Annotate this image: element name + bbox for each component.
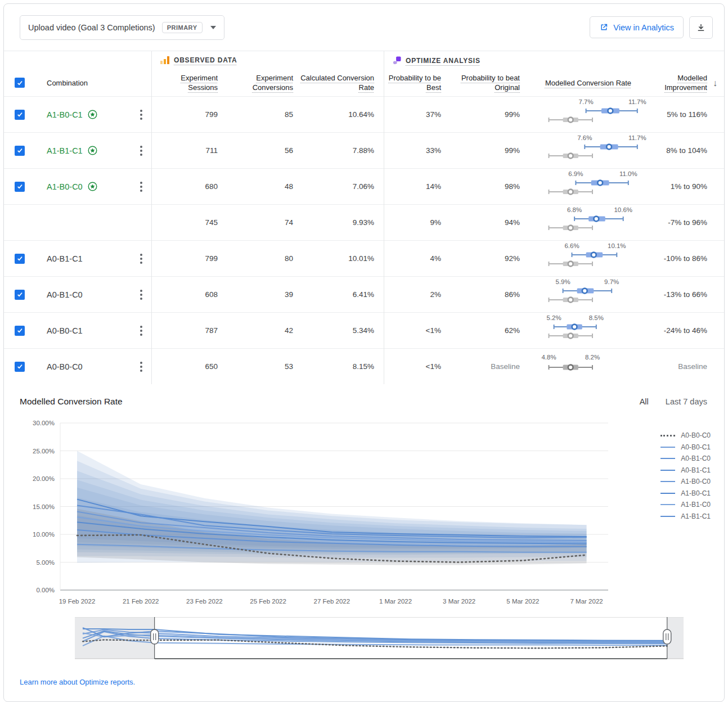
legend-item[interactable]: A1-B1-C1 — [660, 512, 711, 520]
range-last-7-days-button[interactable]: Last 7 days — [666, 397, 707, 406]
goal-selector[interactable]: Upload video (Goal 3 Completions) PRIMAR… — [20, 15, 224, 40]
column-header-sessions[interactable]: Experiment Sessions — [151, 73, 218, 92]
learn-more-link[interactable]: Learn more about Optimize reports. — [20, 678, 135, 686]
modelled-rate-cell: 4.8% 8.2% — [520, 350, 657, 384]
modelled-rate-cell: 7.7% 11.7% — [520, 98, 657, 132]
column-header-combination: Combination — [35, 78, 131, 88]
view-in-analytics-button[interactable]: View in Analytics — [590, 16, 684, 38]
probability-beat-value: 94% — [441, 218, 520, 227]
column-header-prob-best[interactable]: Probability to be Best — [376, 73, 441, 92]
line-swatch — [660, 458, 675, 459]
row-checkbox[interactable] — [15, 182, 25, 192]
sessions-value: 745 — [151, 218, 218, 227]
legend-label: A1-B1-C1 — [681, 512, 711, 520]
modelled-improvement-value: 5% to 116% — [657, 110, 724, 119]
modelled-improvement-value: Baseline — [657, 362, 724, 371]
svg-text:7 Mar 2022: 7 Mar 2022 — [570, 598, 603, 605]
check-icon — [16, 147, 24, 154]
legend-item[interactable]: A1-B0-C0 — [660, 478, 711, 485]
row-menu-button[interactable] — [131, 107, 151, 122]
probability-best-value: 2% — [376, 290, 441, 299]
row-menu-button[interactable] — [131, 143, 151, 158]
line-swatch — [660, 447, 675, 448]
svg-text:10.6%: 10.6% — [614, 206, 632, 213]
svg-text:23 Feb 2022: 23 Feb 2022 — [186, 598, 223, 605]
svg-text:20.00%: 20.00% — [33, 475, 55, 482]
column-header-modelled-rate[interactable]: Modelled Conversion Rate — [520, 78, 657, 88]
modelled-improvement-value: -24% to 46% — [657, 326, 724, 335]
legend-item[interactable]: A1-B0-C1 — [660, 489, 711, 497]
row-menu-button[interactable] — [131, 359, 151, 374]
modelled-improvement-value: -10% to 86% — [657, 254, 724, 263]
row-checkbox[interactable] — [15, 290, 25, 300]
row-checkbox[interactable] — [15, 326, 25, 336]
legend-item[interactable]: A1-B1-C0 — [660, 501, 711, 508]
view-in-analytics-label: View in Analytics — [613, 23, 674, 32]
download-button[interactable] — [689, 16, 713, 39]
legend-label: A1-B0-C1 — [681, 489, 711, 497]
table-row: A1-B1-C1 711567.88%33%99%7.6% 11.7% 8% t… — [4, 132, 724, 168]
row-menu-button[interactable] — [131, 179, 151, 194]
sessions-value: 787 — [151, 326, 218, 335]
legend-item[interactable]: A0-B0-C0 — [660, 431, 711, 439]
table-row: A0-B0-C0650538.15%<1%Baseline4.8% 8.2% B… — [4, 348, 724, 384]
optimize-logo-icon — [393, 56, 401, 65]
svg-text:27 Feb 2022: 27 Feb 2022 — [314, 598, 350, 605]
row-menu-button[interactable] — [131, 287, 151, 302]
svg-text:25.00%: 25.00% — [33, 448, 55, 454]
conversions-value: 42 — [218, 326, 293, 335]
svg-text:3 Mar 2022: 3 Mar 2022 — [443, 598, 475, 605]
svg-text:6.9%: 6.9% — [568, 170, 583, 177]
column-header-prob-beat[interactable]: Probability to beat Original — [441, 73, 520, 92]
select-all-checkbox[interactable] — [15, 78, 25, 88]
svg-text:11.0%: 11.0% — [619, 170, 637, 177]
range-all-button[interactable]: All — [640, 397, 649, 406]
combination-label: A1-B1-C1 — [35, 145, 131, 156]
chevron-down-icon — [210, 26, 216, 29]
probability-beat-value: 99% — [441, 110, 520, 119]
svg-text:30.00%: 30.00% — [33, 420, 55, 426]
modelled-rate-boxplot: 7.7% 11.7% — [520, 98, 657, 129]
brush-handle[interactable] — [663, 629, 671, 644]
conversion-rate-value: 7.06% — [293, 182, 376, 191]
line-swatch — [660, 481, 675, 482]
table-body: A1-B0-C1 7998510.64%37%99%7.7% 11.7% 5% … — [4, 96, 724, 384]
legend-item[interactable]: A0-B0-C1 — [660, 443, 711, 451]
combination-label: A0-B1-C0 — [35, 290, 131, 299]
svg-text:6.8%: 6.8% — [567, 206, 582, 213]
range-toggle: All Last 7 days — [640, 397, 707, 406]
observed-data-group-header: OBSERVED DATA — [160, 56, 237, 64]
svg-text:5.00%: 5.00% — [36, 559, 55, 566]
modelled-rate-cell: 7.6% 11.7% — [520, 134, 657, 168]
probability-beat-value: 99% — [441, 146, 520, 155]
modelled-rate-cell: 5.9% 9.7% — [520, 278, 657, 312]
column-header-rate[interactable]: Calculated Conversion Rate — [293, 73, 376, 92]
row-checkbox[interactable] — [15, 362, 25, 372]
table-divider — [384, 51, 384, 384]
table-divider — [151, 51, 152, 384]
svg-text:8.5%: 8.5% — [589, 314, 604, 321]
chart-legend: A0-B0-C0A0-B0-C1A0-B1-C0A0-B1-C1A1-B0-C0… — [660, 431, 711, 520]
modelled-rate-boxplot: 7.6% 11.7% — [520, 134, 657, 165]
legend-item[interactable]: A0-B1-C0 — [660, 454, 711, 462]
brush-handle[interactable] — [151, 629, 159, 644]
table-row: A0-B1-C0608396.41%2%86%5.9% 9.7% -13% to… — [4, 276, 724, 312]
row-menu-button[interactable] — [131, 251, 151, 266]
legend-item[interactable]: A0-B1-C1 — [660, 466, 711, 474]
row-checkbox[interactable] — [15, 254, 25, 264]
svg-text:7.7%: 7.7% — [578, 98, 593, 105]
chart-canvas: 30.00%25.00%20.00%15.00%10.00%5.00%0.00%… — [19, 415, 612, 610]
sessions-value: 608 — [151, 290, 218, 299]
row-menu-button[interactable] — [131, 323, 151, 338]
modelled-improvement-value: -7% to 96% — [657, 218, 724, 227]
row-checkbox[interactable] — [15, 146, 25, 156]
table-row: 745749.93%9%94%6.8% 10.6% -7% to 96% — [4, 204, 724, 240]
svg-text:11.7%: 11.7% — [628, 134, 646, 141]
row-checkbox[interactable] — [15, 110, 25, 120]
timeline-brush[interactable] — [75, 617, 724, 663]
check-icon — [16, 327, 24, 334]
column-header-modelled-improvement[interactable]: Modelled Improvement ↓ — [657, 73, 724, 92]
column-header-conversions[interactable]: Experiment Conversions — [218, 73, 293, 92]
conversions-value: 74 — [218, 218, 293, 227]
svg-text:9.7%: 9.7% — [604, 278, 619, 285]
